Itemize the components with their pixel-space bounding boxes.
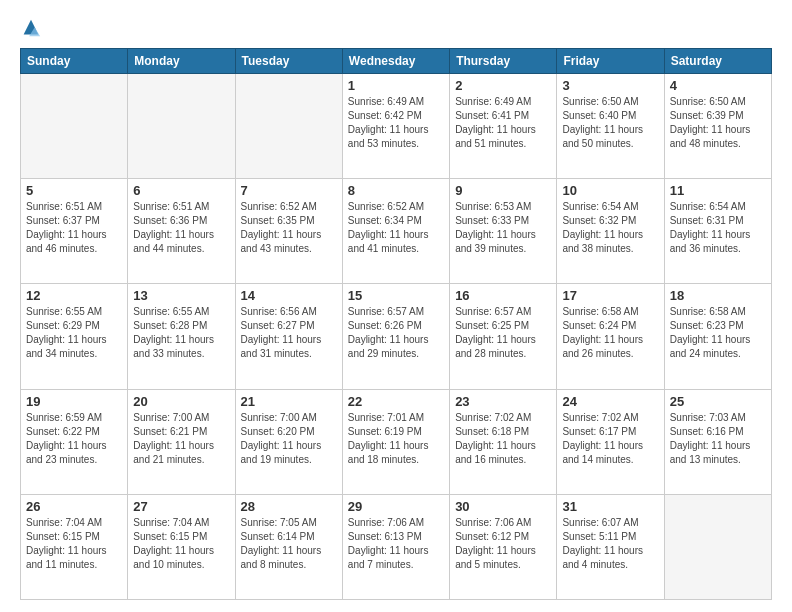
calendar-cell: 14Sunrise: 6:56 AM Sunset: 6:27 PM Dayli…: [235, 284, 342, 389]
day-info: Sunrise: 6:51 AM Sunset: 6:36 PM Dayligh…: [133, 200, 229, 256]
day-info: Sunrise: 7:00 AM Sunset: 6:21 PM Dayligh…: [133, 411, 229, 467]
calendar-cell: 31Sunrise: 6:07 AM Sunset: 5:11 PM Dayli…: [557, 494, 664, 599]
day-info: Sunrise: 6:49 AM Sunset: 6:41 PM Dayligh…: [455, 95, 551, 151]
day-number: 18: [670, 288, 766, 303]
day-number: 1: [348, 78, 444, 93]
day-number: 9: [455, 183, 551, 198]
calendar-cell: 27Sunrise: 7:04 AM Sunset: 6:15 PM Dayli…: [128, 494, 235, 599]
day-info: Sunrise: 6:53 AM Sunset: 6:33 PM Dayligh…: [455, 200, 551, 256]
day-number: 27: [133, 499, 229, 514]
calendar-cell: 17Sunrise: 6:58 AM Sunset: 6:24 PM Dayli…: [557, 284, 664, 389]
day-info: Sunrise: 6:56 AM Sunset: 6:27 PM Dayligh…: [241, 305, 337, 361]
column-header-friday: Friday: [557, 49, 664, 74]
calendar-cell: 22Sunrise: 7:01 AM Sunset: 6:19 PM Dayli…: [342, 389, 449, 494]
calendar-cell: 3Sunrise: 6:50 AM Sunset: 6:40 PM Daylig…: [557, 74, 664, 179]
day-info: Sunrise: 6:50 AM Sunset: 6:39 PM Dayligh…: [670, 95, 766, 151]
day-number: 16: [455, 288, 551, 303]
day-info: Sunrise: 7:03 AM Sunset: 6:16 PM Dayligh…: [670, 411, 766, 467]
calendar-cell: 13Sunrise: 6:55 AM Sunset: 6:28 PM Dayli…: [128, 284, 235, 389]
calendar-table: SundayMondayTuesdayWednesdayThursdayFrid…: [20, 48, 772, 600]
day-info: Sunrise: 6:58 AM Sunset: 6:23 PM Dayligh…: [670, 305, 766, 361]
column-header-saturday: Saturday: [664, 49, 771, 74]
day-info: Sunrise: 6:52 AM Sunset: 6:35 PM Dayligh…: [241, 200, 337, 256]
day-number: 28: [241, 499, 337, 514]
day-number: 5: [26, 183, 122, 198]
day-info: Sunrise: 6:52 AM Sunset: 6:34 PM Dayligh…: [348, 200, 444, 256]
day-number: 15: [348, 288, 444, 303]
day-info: Sunrise: 6:49 AM Sunset: 6:42 PM Dayligh…: [348, 95, 444, 151]
day-number: 24: [562, 394, 658, 409]
logo-icon: [20, 18, 42, 40]
calendar-cell: 18Sunrise: 6:58 AM Sunset: 6:23 PM Dayli…: [664, 284, 771, 389]
day-number: 8: [348, 183, 444, 198]
calendar-cell: 2Sunrise: 6:49 AM Sunset: 6:41 PM Daylig…: [450, 74, 557, 179]
calendar-cell: 28Sunrise: 7:05 AM Sunset: 6:14 PM Dayli…: [235, 494, 342, 599]
day-number: 4: [670, 78, 766, 93]
week-row-3: 12Sunrise: 6:55 AM Sunset: 6:29 PM Dayli…: [21, 284, 772, 389]
day-info: Sunrise: 7:04 AM Sunset: 6:15 PM Dayligh…: [26, 516, 122, 572]
week-row-4: 19Sunrise: 6:59 AM Sunset: 6:22 PM Dayli…: [21, 389, 772, 494]
calendar-cell: [21, 74, 128, 179]
week-row-2: 5Sunrise: 6:51 AM Sunset: 6:37 PM Daylig…: [21, 179, 772, 284]
column-header-wednesday: Wednesday: [342, 49, 449, 74]
day-info: Sunrise: 7:02 AM Sunset: 6:18 PM Dayligh…: [455, 411, 551, 467]
calendar-header-row: SundayMondayTuesdayWednesdayThursdayFrid…: [21, 49, 772, 74]
day-info: Sunrise: 6:50 AM Sunset: 6:40 PM Dayligh…: [562, 95, 658, 151]
calendar-cell: 8Sunrise: 6:52 AM Sunset: 6:34 PM Daylig…: [342, 179, 449, 284]
day-info: Sunrise: 7:04 AM Sunset: 6:15 PM Dayligh…: [133, 516, 229, 572]
column-header-tuesday: Tuesday: [235, 49, 342, 74]
calendar-cell: 30Sunrise: 7:06 AM Sunset: 6:12 PM Dayli…: [450, 494, 557, 599]
calendar-cell: 6Sunrise: 6:51 AM Sunset: 6:36 PM Daylig…: [128, 179, 235, 284]
day-number: 6: [133, 183, 229, 198]
day-number: 14: [241, 288, 337, 303]
day-number: 31: [562, 499, 658, 514]
day-info: Sunrise: 6:54 AM Sunset: 6:31 PM Dayligh…: [670, 200, 766, 256]
calendar-cell: 9Sunrise: 6:53 AM Sunset: 6:33 PM Daylig…: [450, 179, 557, 284]
column-header-thursday: Thursday: [450, 49, 557, 74]
calendar-cell: 23Sunrise: 7:02 AM Sunset: 6:18 PM Dayli…: [450, 389, 557, 494]
day-info: Sunrise: 7:05 AM Sunset: 6:14 PM Dayligh…: [241, 516, 337, 572]
calendar-cell: [235, 74, 342, 179]
day-number: 17: [562, 288, 658, 303]
day-number: 19: [26, 394, 122, 409]
day-number: 20: [133, 394, 229, 409]
week-row-1: 1Sunrise: 6:49 AM Sunset: 6:42 PM Daylig…: [21, 74, 772, 179]
page: SundayMondayTuesdayWednesdayThursdayFrid…: [0, 0, 792, 612]
calendar-cell: 24Sunrise: 7:02 AM Sunset: 6:17 PM Dayli…: [557, 389, 664, 494]
day-info: Sunrise: 6:58 AM Sunset: 6:24 PM Dayligh…: [562, 305, 658, 361]
calendar-cell: 16Sunrise: 6:57 AM Sunset: 6:25 PM Dayli…: [450, 284, 557, 389]
calendar-cell: [128, 74, 235, 179]
day-info: Sunrise: 6:51 AM Sunset: 6:37 PM Dayligh…: [26, 200, 122, 256]
day-info: Sunrise: 6:07 AM Sunset: 5:11 PM Dayligh…: [562, 516, 658, 572]
calendar-cell: 1Sunrise: 6:49 AM Sunset: 6:42 PM Daylig…: [342, 74, 449, 179]
day-info: Sunrise: 7:01 AM Sunset: 6:19 PM Dayligh…: [348, 411, 444, 467]
day-number: 23: [455, 394, 551, 409]
day-number: 7: [241, 183, 337, 198]
calendar-cell: 19Sunrise: 6:59 AM Sunset: 6:22 PM Dayli…: [21, 389, 128, 494]
day-info: Sunrise: 6:57 AM Sunset: 6:26 PM Dayligh…: [348, 305, 444, 361]
column-header-sunday: Sunday: [21, 49, 128, 74]
calendar-cell: 7Sunrise: 6:52 AM Sunset: 6:35 PM Daylig…: [235, 179, 342, 284]
day-number: 13: [133, 288, 229, 303]
calendar-cell: 21Sunrise: 7:00 AM Sunset: 6:20 PM Dayli…: [235, 389, 342, 494]
day-number: 21: [241, 394, 337, 409]
calendar-cell: 29Sunrise: 7:06 AM Sunset: 6:13 PM Dayli…: [342, 494, 449, 599]
day-info: Sunrise: 6:55 AM Sunset: 6:29 PM Dayligh…: [26, 305, 122, 361]
calendar-cell: 4Sunrise: 6:50 AM Sunset: 6:39 PM Daylig…: [664, 74, 771, 179]
day-info: Sunrise: 7:02 AM Sunset: 6:17 PM Dayligh…: [562, 411, 658, 467]
day-number: 11: [670, 183, 766, 198]
day-info: Sunrise: 6:57 AM Sunset: 6:25 PM Dayligh…: [455, 305, 551, 361]
calendar-cell: 25Sunrise: 7:03 AM Sunset: 6:16 PM Dayli…: [664, 389, 771, 494]
calendar-cell: 20Sunrise: 7:00 AM Sunset: 6:21 PM Dayli…: [128, 389, 235, 494]
day-number: 10: [562, 183, 658, 198]
header: [20, 18, 772, 40]
day-info: Sunrise: 7:06 AM Sunset: 6:13 PM Dayligh…: [348, 516, 444, 572]
column-header-monday: Monday: [128, 49, 235, 74]
day-number: 22: [348, 394, 444, 409]
day-info: Sunrise: 7:00 AM Sunset: 6:20 PM Dayligh…: [241, 411, 337, 467]
calendar-cell: 15Sunrise: 6:57 AM Sunset: 6:26 PM Dayli…: [342, 284, 449, 389]
day-number: 25: [670, 394, 766, 409]
day-info: Sunrise: 7:06 AM Sunset: 6:12 PM Dayligh…: [455, 516, 551, 572]
day-info: Sunrise: 6:55 AM Sunset: 6:28 PM Dayligh…: [133, 305, 229, 361]
calendar-cell: 26Sunrise: 7:04 AM Sunset: 6:15 PM Dayli…: [21, 494, 128, 599]
